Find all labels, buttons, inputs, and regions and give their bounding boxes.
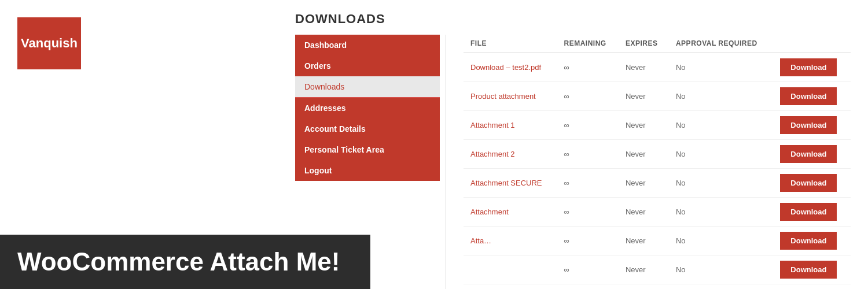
col-header-file: FILE	[464, 35, 557, 53]
cell-expires: Never	[619, 284, 669, 290]
download-button[interactable]: Download	[780, 145, 837, 163]
table-row: Attachment SECURE∞NeverNoDownload	[464, 169, 851, 198]
sidebar-item-downloads[interactable]: Downloads	[295, 76, 440, 97]
cell-action: Download	[773, 198, 851, 227]
cell-file: Attachment	[464, 198, 557, 227]
cell-action: Download	[773, 53, 851, 82]
table-row: Product attachment∞NeverNoDownload	[464, 82, 851, 111]
download-button[interactable]: Download	[780, 174, 837, 192]
cell-remaining: ∞	[557, 82, 619, 111]
cell-approval: No	[669, 227, 773, 255]
cell-approval: No	[669, 82, 773, 111]
download-button[interactable]: Download	[780, 203, 837, 221]
banner-text: WooCommerce Attach Me!	[17, 247, 340, 276]
downloads-table: FILEREMAININGEXPIRESAPPROVAL REQUIRED Do…	[464, 35, 851, 289]
download-button[interactable]: Download	[780, 58, 837, 76]
download-button[interactable]: Download	[780, 87, 837, 105]
download-button[interactable]: Download	[780, 116, 837, 134]
cell-approval: No	[669, 111, 773, 140]
table-header-row: FILEREMAININGEXPIRESAPPROVAL REQUIRED	[464, 35, 851, 53]
col-header-	[773, 35, 851, 53]
logo-text: Vanquish	[21, 36, 78, 51]
cell-file: Atta…	[464, 227, 557, 255]
cell-approval: No	[669, 53, 773, 82]
cell-approval: No	[669, 140, 773, 169]
cell-expires: Never	[619, 198, 669, 227]
cell-expires: Never	[619, 82, 669, 111]
cell-file: Attachment 2	[464, 140, 557, 169]
table-row: ∞NeverNoDownload	[464, 255, 851, 284]
cell-action: Download	[773, 111, 851, 140]
sidebar-item-logout[interactable]: Logout	[295, 160, 440, 181]
page-title: DOWNLOADS	[295, 12, 851, 27]
content-area: DashboardOrdersDownloadsAddressesAccount…	[295, 35, 851, 289]
sidebar-item-addresses[interactable]: Addresses	[295, 97, 440, 118]
cell-action: Download	[773, 284, 851, 290]
cell-action: Download	[773, 227, 851, 255]
table-row: Attachment∞NeverNoDownload	[464, 198, 851, 227]
cell-file: Product attachment	[464, 82, 557, 111]
cell-action: Download	[773, 169, 851, 198]
cell-file: Attachment SECURE	[464, 169, 557, 198]
cell-remaining: ∞	[557, 284, 619, 290]
cell-expires: Never	[619, 255, 669, 284]
cell-expires: Never	[619, 227, 669, 255]
cell-expires: Never	[619, 53, 669, 82]
table-row: Order attachment∞NeverNoDownload	[464, 284, 851, 290]
cell-file: Order attachment	[464, 284, 557, 290]
sidebar-item-orders[interactable]: Orders	[295, 55, 440, 76]
cell-expires: Never	[619, 140, 669, 169]
table-row: Attachment 1∞NeverNoDownload	[464, 111, 851, 140]
cell-action: Download	[773, 140, 851, 169]
cell-approval: No	[669, 255, 773, 284]
cell-expires: Never	[619, 169, 669, 198]
cell-file	[464, 255, 557, 284]
cell-remaining: ∞	[557, 53, 619, 82]
cell-action: Download	[773, 82, 851, 111]
logo: Vanquish	[17, 17, 81, 69]
col-header-approval-required: APPROVAL REQUIRED	[669, 35, 773, 53]
table-row: Download – test2.pdf∞NeverNoDownload	[464, 53, 851, 82]
cell-remaining: ∞	[557, 255, 619, 284]
cell-expires: Never	[619, 111, 669, 140]
cell-remaining: ∞	[557, 198, 619, 227]
cell-approval: No	[669, 198, 773, 227]
download-button[interactable]: Download	[780, 261, 837, 279]
cell-approval: No	[669, 169, 773, 198]
sidebar-item-dashboard[interactable]: Dashboard	[295, 35, 440, 55]
col-header-remaining: REMAINING	[557, 35, 619, 53]
bottom-banner: WooCommerce Attach Me!	[0, 235, 370, 289]
cell-remaining: ∞	[557, 140, 619, 169]
cell-approval: No	[669, 284, 773, 290]
table-row: Attachment 2∞NeverNoDownload	[464, 140, 851, 169]
cell-remaining: ∞	[557, 111, 619, 140]
download-button[interactable]: Download	[780, 232, 837, 250]
cell-file: Attachment 1	[464, 111, 557, 140]
sidebar-item-personal-ticket-area[interactable]: Personal Ticket Area	[295, 139, 440, 160]
cell-remaining: ∞	[557, 169, 619, 198]
cell-remaining: ∞	[557, 227, 619, 255]
cell-action: Download	[773, 255, 851, 284]
sidebar-item-account-details[interactable]: Account Details	[295, 118, 440, 139]
table-area: FILEREMAININGEXPIRESAPPROVAL REQUIRED Do…	[446, 35, 851, 289]
cell-file: Download – test2.pdf	[464, 53, 557, 82]
table-body: Download – test2.pdf∞NeverNoDownloadProd…	[464, 53, 851, 289]
col-header-expires: EXPIRES	[619, 35, 669, 53]
table-row: Atta…∞NeverNoDownload	[464, 227, 851, 255]
